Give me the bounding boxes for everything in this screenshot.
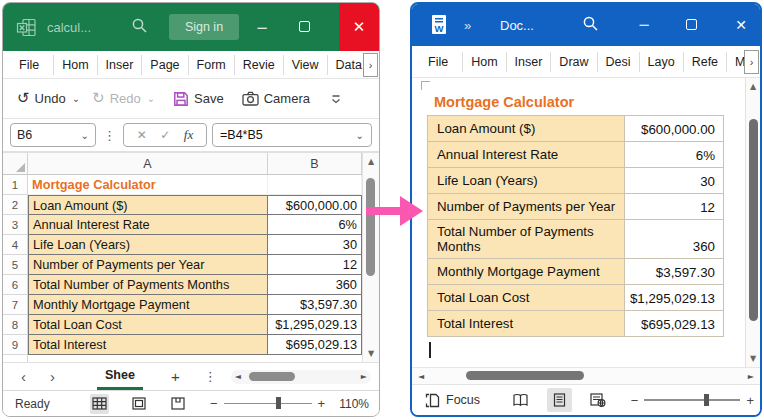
word-menu-file[interactable]: File	[420, 52, 463, 72]
word-cell-value-6[interactable]: $3,597.30	[625, 259, 724, 285]
scroll-up-icon[interactable]: ▲	[368, 153, 374, 170]
zoom-in-icon[interactable]: +	[312, 396, 332, 411]
name-box[interactable]: B6 ⌄	[10, 123, 96, 147]
formula-bar-expand-icon[interactable]: ⌄	[356, 130, 364, 141]
row-header-2[interactable]: 2	[3, 195, 28, 215]
excel-maximize-button[interactable]	[299, 21, 310, 32]
cell-A2[interactable]: Loan Amount ($)	[28, 195, 268, 215]
word-menu-overflow-button[interactable]: ›	[744, 50, 759, 74]
word-menu-hom[interactable]: Hom	[463, 52, 506, 72]
word-cell-label-1[interactable]: Loan Amount ($)	[428, 116, 625, 142]
cell-B4[interactable]: 30	[268, 235, 362, 255]
zoom-slider-thumb[interactable]	[276, 397, 281, 409]
row-header-8[interactable]: 8	[3, 315, 28, 335]
zoom-in-icon[interactable]: +	[740, 393, 760, 408]
word-hscroll-thumb[interactable]	[466, 371, 584, 380]
sign-in-button[interactable]: Sign in	[169, 14, 239, 40]
word-cell-value-2[interactable]: 6%	[625, 142, 724, 168]
print-layout-button[interactable]	[547, 388, 572, 412]
excel-hscroll-thumb[interactable]	[249, 372, 295, 381]
cell-A1[interactable]: Mortgage Calculator	[28, 175, 268, 195]
excel-menu-page[interactable]: Page	[142, 55, 188, 75]
word-menu-refe[interactable]: Refe	[684, 52, 727, 72]
cell-A9[interactable]: Total Interest	[28, 335, 268, 355]
row-header-5[interactable]: 5	[3, 255, 28, 275]
word-menu-desi[interactable]: Desi	[598, 52, 640, 72]
undo-button[interactable]: ↺ Undo	[17, 91, 66, 106]
cell-A6[interactable]: Total Number of Payments Months	[28, 275, 268, 295]
word-vscroll-thumb[interactable]	[749, 119, 758, 321]
cell-B6[interactable]: 360	[268, 275, 362, 295]
cell-B8[interactable]: $1,295,029.13	[268, 315, 362, 335]
sheet-tab[interactable]: Shee	[97, 363, 143, 390]
word-search-icon[interactable]	[582, 15, 599, 32]
cell-A4[interactable]: Life Loan (Years)	[28, 235, 268, 255]
excel-menu-hom[interactable]: Hom	[54, 55, 97, 75]
word-menu-inser[interactable]: Inser	[507, 52, 552, 72]
zoom-out-icon[interactable]: −	[204, 396, 224, 411]
word-menu-maili[interactable]: Maili	[727, 52, 744, 72]
excel-close-button[interactable]: ✕	[339, 3, 379, 51]
cancel-entry-icon[interactable]: ✕	[137, 128, 147, 142]
word-cell-label-6[interactable]: Monthly Mortgage Payment	[428, 259, 625, 285]
redo-button[interactable]: ↻ Redo	[92, 91, 141, 106]
excel-horizontal-scrollbar[interactable]: ◄ ►	[231, 370, 371, 384]
zoom-out-icon[interactable]: −	[625, 393, 645, 408]
name-box-dropdown-icon[interactable]: ⌄	[81, 130, 89, 141]
quick-access-chevrons-icon[interactable]: »	[464, 18, 471, 33]
word-cell-value-1[interactable]: $600,000.00	[625, 116, 724, 142]
cell-B9[interactable]: $695,029.13	[268, 335, 362, 355]
row-header-7[interactable]: 7	[3, 295, 28, 315]
word-cell-label-3[interactable]: Life Loan (Years)	[428, 168, 625, 194]
camera-button[interactable]: Camera	[242, 91, 310, 106]
prev-sheet-icon[interactable]: ‹	[21, 369, 26, 384]
word-page[interactable]: Mortgage Calculator Loan Amount ($)$600,…	[412, 78, 745, 367]
document-heading[interactable]: Mortgage Calculator	[434, 94, 743, 110]
word-cell-label-8[interactable]: Total Interest	[428, 311, 625, 337]
next-sheet-icon[interactable]: ›	[50, 369, 55, 384]
cell-A7[interactable]: Monthly Mortgage Payment	[28, 295, 268, 315]
cell-B1[interactable]	[268, 175, 362, 195]
column-header-b[interactable]: B	[268, 153, 362, 175]
scroll-right-icon[interactable]: ►	[361, 372, 367, 381]
excel-menu-form[interactable]: Form	[189, 55, 235, 75]
word-cell-value-8[interactable]: $695,029.13	[625, 311, 724, 337]
row-header-4[interactable]: 4	[3, 235, 28, 255]
word-vertical-scrollbar[interactable]: ▲ ▼	[745, 78, 760, 367]
toolbar-more-icon[interactable]	[330, 93, 342, 105]
excel-menu-revie[interactable]: Revie	[235, 55, 284, 75]
excel-menu-view[interactable]: View	[284, 55, 328, 75]
web-layout-button[interactable]	[586, 388, 611, 412]
sheet-options-icon[interactable]: ⋮	[204, 369, 217, 384]
excel-menu-overflow-button[interactable]: ›	[363, 53, 378, 77]
cell-B2[interactable]: $600,000.00	[268, 195, 362, 215]
formula-input[interactable]: =B4*B5 ⌄	[212, 123, 372, 147]
cell-B7[interactable]: $3,597.30	[268, 295, 362, 315]
zoom-level[interactable]: 110%	[339, 397, 369, 411]
scroll-down-icon[interactable]: ▼	[750, 350, 756, 367]
row-header-1[interactable]: 1	[3, 175, 28, 195]
cell-A5[interactable]: Number of Payments per Year	[28, 255, 268, 275]
word-horizontal-scrollbar[interactable]: ◄ ►	[412, 367, 760, 384]
word-cell-value-4[interactable]: 12	[625, 194, 724, 220]
word-close-button[interactable]: ✕	[730, 14, 752, 36]
zoom-slider[interactable]	[224, 403, 312, 404]
read-mode-button[interactable]	[508, 388, 533, 412]
cell-A8[interactable]: Total Loan Cost	[28, 315, 268, 335]
undo-dropdown-icon[interactable]: ⌄	[72, 93, 80, 104]
row-header-3[interactable]: 3	[3, 215, 28, 235]
select-all-corner[interactable]	[3, 153, 28, 175]
word-cell-value-7[interactable]: $1,295,029.13	[625, 285, 724, 311]
redo-dropdown-icon[interactable]: ⌄	[147, 93, 155, 104]
word-menu-layo[interactable]: Layo	[640, 52, 684, 72]
scroll-right-icon[interactable]: ►	[748, 372, 754, 381]
word-cell-label-4[interactable]: Number of Payments per Year	[428, 194, 625, 220]
word-zoom-slider[interactable]	[644, 399, 740, 400]
word-cell-label-7[interactable]: Total Loan Cost	[428, 285, 625, 311]
word-zoom-slider-thumb[interactable]	[704, 394, 709, 406]
cell-B3[interactable]: 6%	[268, 215, 362, 235]
normal-view-button[interactable]	[90, 394, 109, 414]
page-layout-view-button[interactable]	[129, 394, 148, 414]
focus-mode-button[interactable]: Focus	[425, 393, 480, 408]
page-break-view-button[interactable]	[169, 394, 188, 414]
